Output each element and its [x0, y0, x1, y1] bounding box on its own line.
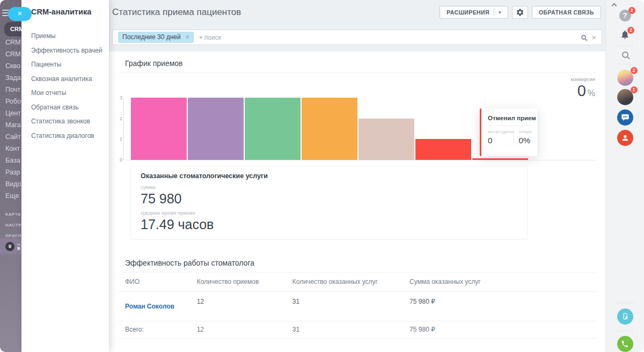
- sum-label: сумма: [141, 184, 517, 190]
- funnel-bar[interactable]: [302, 98, 357, 160]
- funnel-bar[interactable]: [415, 139, 471, 160]
- sidebar-user-row[interactable]: ♛ ос9 д: [0, 238, 21, 254]
- funnel-bar[interactable]: [245, 98, 301, 160]
- table-section-title: Эффективность работы стоматолога: [118, 251, 596, 273]
- close-icon: ×: [18, 9, 23, 18]
- collapse-rail-icon[interactable]: [612, 3, 617, 9]
- chat-icon: [621, 113, 630, 122]
- device-cloud-icon: [621, 312, 630, 321]
- settings-button[interactable]: [512, 6, 528, 19]
- flyout-menu-item[interactable]: Сквозная аналитика: [31, 72, 109, 86]
- left-rail-item[interactable]: Сайт: [0, 131, 21, 143]
- flyout-menu-item[interactable]: Мои отчеты: [31, 86, 109, 100]
- flyout-menu-item[interactable]: Статистика диалогов: [31, 129, 109, 143]
- left-rail-caps-item[interactable]: КАРТА: [0, 209, 21, 220]
- x-axis-line: [123, 160, 596, 160]
- total-cell: 75 980 ₽: [402, 321, 596, 339]
- rail-divider: [616, 331, 634, 331]
- table-cell: 12: [190, 292, 286, 321]
- plus-icon: +: [199, 34, 203, 41]
- left-rail-item[interactable]: CRM: [0, 36, 21, 48]
- user-avatar-button[interactable]: 2: [617, 70, 633, 86]
- left-rail-item[interactable]: Скво: [0, 60, 21, 72]
- person-icon: [621, 134, 630, 142]
- extensions-label: РАСШИРЕНИЯ: [447, 9, 489, 16]
- funnel-bar[interactable]: [472, 158, 528, 160]
- mobile-app-button[interactable]: [617, 309, 633, 325]
- flyout-menu-item[interactable]: Приемы: [31, 29, 109, 43]
- search-input[interactable]: +поиск: [199, 34, 221, 41]
- left-rail-item[interactable]: Зада: [0, 72, 21, 84]
- avatar-badge: 1: [631, 86, 638, 93]
- funnel-bar[interactable]: [358, 119, 414, 160]
- subscription-days: ос9 д: [17, 242, 21, 251]
- left-rail-item[interactable]: CRM: [0, 48, 21, 60]
- total-cell: 31: [286, 321, 402, 339]
- left-rail-caps-item[interactable]: НАСТР: [0, 220, 21, 231]
- left-rail-item[interactable]: Мага: [0, 119, 21, 131]
- notifications-badge: 2: [627, 27, 634, 34]
- call-button[interactable]: [617, 336, 633, 352]
- flyout-menu-item[interactable]: Статистика звонков: [31, 114, 109, 129]
- button-divider: [494, 9, 494, 16]
- column-header[interactable]: Сумма оказанных услуг: [402, 273, 596, 292]
- left-rail-item[interactable]: CRM: [0, 22, 21, 36]
- flyout-menu-item[interactable]: Обратная связь: [31, 100, 109, 115]
- conversion-block: конверсия 0%: [570, 76, 595, 100]
- left-rail-item[interactable]: Цент: [0, 107, 21, 119]
- y-axis-tick: 2: [118, 116, 122, 121]
- stage-details-title: Оказанные стоматологические услуги: [141, 172, 517, 180]
- filter-bar[interactable]: Последние 30 дней × +поиск ×: [112, 30, 602, 45]
- feedback-button[interactable]: ОБРАТНАЯ СВЯЗЬ: [532, 6, 601, 19]
- sum-value: 75 980: [141, 191, 517, 207]
- chevron-down-icon[interactable]: ▾: [499, 10, 501, 15]
- search-icon[interactable]: [581, 35, 586, 40]
- group-chat-button[interactable]: [617, 109, 633, 126]
- stage-tooltip: Отменил прием кол-во сделок 0 потери 0%: [480, 108, 537, 156]
- doctor-name-link[interactable]: Роман Соколов: [125, 303, 174, 310]
- left-rail-item[interactable]: Еще: [0, 190, 21, 202]
- column-header[interactable]: Количество приемов: [190, 273, 286, 292]
- rail-divider: [616, 46, 634, 46]
- total-cell: Всего:: [118, 321, 190, 339]
- flyout-menu-item[interactable]: Эффективность врачей: [31, 43, 109, 58]
- clear-search-icon[interactable]: ×: [591, 33, 596, 41]
- funnel-bar[interactable]: [131, 98, 187, 160]
- avg-time-label: среднее время приема: [141, 210, 517, 216]
- losses-value: 0%: [518, 136, 532, 145]
- left-rail-item[interactable]: Конт: [0, 143, 21, 155]
- user-avatar-button[interactable]: 1: [617, 89, 633, 105]
- filter-preset-chip[interactable]: Последние 30 дней ×: [118, 32, 194, 43]
- page-header: Статистика приема пациентов РАСШИРЕНИЯ ▾…: [109, 0, 605, 25]
- left-rail-item[interactable]: База: [0, 155, 21, 166]
- left-rail-item[interactable]: Видо: [0, 178, 21, 190]
- remove-filter-icon[interactable]: ×: [186, 33, 189, 41]
- extensions-button[interactable]: РАСШИРЕНИЯ ▾: [440, 6, 508, 19]
- help-button[interactable]: ? 2: [619, 10, 631, 21]
- search-icon: [622, 52, 628, 58]
- y-axis-tick: 0: [118, 157, 122, 163]
- y-axis-tick: 3: [118, 95, 122, 100]
- content-card: График приемов конверсия 0% Отменил прие…: [109, 52, 605, 352]
- filter-preset-label: Последние 30 дней: [122, 33, 181, 41]
- left-rail-item[interactable]: Разр: [0, 166, 21, 178]
- close-flyout-button[interactable]: ×: [8, 7, 32, 21]
- contact-center-button[interactable]: [617, 130, 633, 146]
- flyout-nav: ПриемыЭффективность врачейПациентыСквозн…: [31, 29, 109, 143]
- funnel-bar[interactable]: [188, 98, 244, 160]
- doctor-name-cell: Роман Соколов: [118, 292, 190, 321]
- appointments-funnel-chart: конверсия 0% Отменил прием кол-во сделок…: [118, 73, 596, 165]
- column-header[interactable]: ФИО: [118, 273, 190, 292]
- chart-section-title: График приемов: [118, 52, 596, 73]
- left-rail-item[interactable]: Почт: [0, 84, 21, 96]
- main-content: Статистика приема пациентов РАСШИРЕНИЯ ▾…: [109, 0, 605, 352]
- search-placeholder: поиск: [204, 34, 221, 41]
- notifications-button[interactable]: 2: [620, 30, 630, 40]
- crown-icon: ♛: [5, 242, 14, 251]
- flyout-menu-item[interactable]: Пациенты: [31, 57, 109, 72]
- rail-search-button[interactable]: [622, 52, 628, 58]
- column-header[interactable]: Количество оказанных услуг: [286, 273, 402, 292]
- y-axis-line: [123, 98, 124, 160]
- left-rail-item[interactable]: Робо: [0, 96, 21, 107]
- deals-count-label: кол-во сделок: [488, 129, 514, 134]
